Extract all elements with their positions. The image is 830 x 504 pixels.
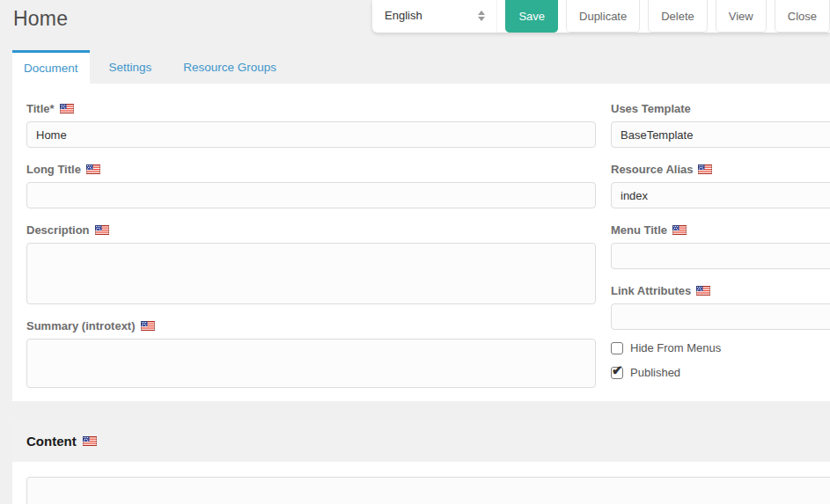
- title-field: Title*: [26, 102, 596, 148]
- link-attributes-field: Link Attributes: [611, 284, 830, 330]
- language-select-value: English: [385, 9, 422, 24]
- us-flag-icon: [60, 104, 74, 113]
- resource-edit-page: Home English Save Duplicate Delete View …: [0, 0, 830, 504]
- close-button[interactable]: Close: [775, 0, 830, 33]
- title-label: Title*: [26, 102, 596, 114]
- language-select[interactable]: English: [372, 0, 497, 33]
- menu-title-field: Menu Title: [611, 223, 830, 269]
- document-panel: Title* Long Title: [12, 84, 830, 401]
- published-checkbox[interactable]: ✔: [611, 367, 623, 379]
- form-right-column: Uses Template Resource Alias: [611, 102, 830, 379]
- page-title: Home: [13, 7, 68, 31]
- title-input[interactable]: [26, 121, 596, 148]
- long-title-input[interactable]: [26, 182, 596, 208]
- toolbar: English Save Duplicate Delete View Close: [372, 0, 830, 33]
- sort-arrows-icon: [478, 11, 485, 23]
- us-flag-icon: [696, 286, 710, 296]
- check-icon: ✔: [612, 363, 623, 376]
- content-panel: Content: [12, 420, 830, 504]
- description-textarea[interactable]: [26, 243, 596, 304]
- duplicate-button[interactable]: Duplicate: [566, 0, 640, 33]
- summary-textarea[interactable]: [26, 339, 596, 388]
- summary-label: Summary (introtext): [26, 319, 596, 332]
- long-title-label: Long Title: [26, 163, 596, 175]
- us-flag-icon: [86, 164, 100, 174]
- summary-field: Summary (introtext): [26, 319, 596, 388]
- uses-template-label: Uses Template: [611, 102, 830, 114]
- tab-document[interactable]: Document: [12, 50, 90, 84]
- hide-from-menus-row: Hide From Menus: [611, 341, 830, 354]
- content-section-title: Content: [26, 434, 77, 449]
- menu-title-label: Menu Title: [611, 223, 830, 236]
- us-flag-icon: [141, 321, 155, 331]
- published-label: Published: [630, 366, 680, 379]
- published-row: ✔ Published: [611, 366, 830, 379]
- delete-button[interactable]: Delete: [648, 0, 708, 33]
- content-section-body: [12, 462, 830, 504]
- tab-bar: Document Settings Resource Groups: [12, 50, 292, 84]
- link-attributes-input[interactable]: [611, 303, 830, 330]
- us-flag-icon: [672, 225, 687, 235]
- uses-template-input[interactable]: [611, 121, 830, 148]
- resource-alias-field: Resource Alias: [611, 163, 830, 208]
- long-title-field: Long Title: [26, 163, 596, 208]
- view-button[interactable]: View: [716, 0, 767, 33]
- us-flag-icon: [698, 164, 712, 174]
- content-editor[interactable]: [26, 477, 830, 504]
- save-button[interactable]: Save: [505, 0, 558, 33]
- hide-from-menus-checkbox[interactable]: [611, 342, 623, 354]
- tab-settings[interactable]: Settings: [93, 50, 168, 84]
- us-flag-icon: [83, 436, 97, 446]
- link-attributes-label: Link Attributes: [611, 284, 830, 296]
- hide-from-menus-label: Hide From Menus: [630, 341, 721, 354]
- form-left-column: Title* Long Title: [26, 102, 596, 403]
- description-field: Description: [26, 223, 596, 304]
- us-flag-icon: [95, 225, 109, 235]
- uses-template-field: Uses Template: [611, 102, 830, 148]
- menu-title-input[interactable]: [611, 243, 830, 269]
- content-section-header: Content: [12, 420, 830, 462]
- description-label: Description: [26, 223, 596, 236]
- resource-alias-input[interactable]: [611, 182, 830, 208]
- resource-alias-label: Resource Alias: [611, 163, 830, 175]
- tab-resource-groups[interactable]: Resource Groups: [167, 50, 292, 84]
